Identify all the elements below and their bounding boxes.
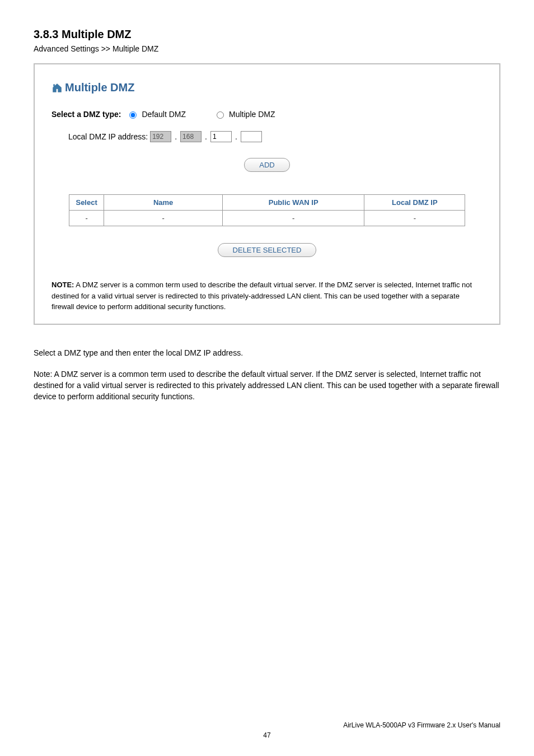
page-footer: AirLive WLA-5000AP v3 Firmware 2.x User'… (34, 721, 500, 739)
td-name: - (104, 211, 222, 226)
panel-note: NOTE: A DMZ server is a common term used… (51, 279, 483, 312)
svg-rect-0 (53, 84, 55, 86)
radio-multiple-label: Multiple DMZ (229, 110, 275, 119)
panel-title: Multiple DMZ (51, 81, 483, 94)
ip-octet-2[interactable] (180, 131, 202, 142)
radio-default-dmz[interactable]: Default DMZ (127, 110, 186, 119)
ip-dot: . (205, 132, 207, 141)
note-text: A DMZ server is a common term used to de… (51, 281, 472, 311)
footer-page-number: 47 (34, 731, 500, 739)
note-label: NOTE: (51, 281, 74, 289)
dmz-panel: Multiple DMZ Select a DMZ type: Default … (34, 63, 500, 325)
ip-octet-3[interactable] (210, 131, 232, 142)
radio-default-label: Default DMZ (142, 110, 186, 119)
ip-dot: . (175, 132, 177, 141)
breadcrumb: Advanced Settings >> Multiple DMZ (34, 44, 500, 53)
local-dmz-ip-row: Local DMZ IP address: . . . (68, 131, 483, 142)
table-header-row: Select Name Public WAN IP Local DMZ IP (69, 195, 465, 211)
body-paragraph-2: Note: A DMZ server is a common term used… (34, 368, 500, 403)
select-dmz-label: Select a DMZ type: (51, 110, 121, 119)
ip-octet-4[interactable] (241, 131, 262, 142)
home-icon (51, 82, 63, 94)
footer-product: AirLive WLA-5000AP v3 Firmware 2.x User'… (34, 721, 500, 729)
th-wan: Public WAN IP (222, 195, 364, 211)
section-heading: 3.8.3 Multiple DMZ (34, 28, 500, 41)
dmz-table: Select Name Public WAN IP Local DMZ IP -… (69, 194, 465, 226)
ip-dot: . (235, 132, 237, 141)
td-local: - (364, 211, 465, 226)
td-wan: - (222, 211, 364, 226)
radio-multiple-dmz[interactable]: Multiple DMZ (214, 110, 275, 119)
radio-multiple-input[interactable] (217, 111, 224, 119)
th-name: Name (104, 195, 222, 211)
add-button[interactable]: ADD (244, 158, 289, 172)
th-local: Local DMZ IP (364, 195, 465, 211)
table-row: - - - - (69, 211, 465, 226)
body-paragraph-1: Select a DMZ type and then enter the loc… (34, 347, 500, 358)
th-select: Select (69, 195, 104, 211)
delete-selected-button[interactable]: DELETE SELECTED (218, 243, 317, 257)
ip-octet-1[interactable] (150, 131, 171, 142)
dmz-type-row: Select a DMZ type: Default DMZ Multiple … (51, 110, 483, 119)
local-dmz-ip-label: Local DMZ IP address: (68, 132, 148, 141)
radio-default-input[interactable] (129, 111, 137, 119)
panel-title-text: Multiple DMZ (65, 81, 134, 94)
td-select: - (69, 211, 104, 226)
